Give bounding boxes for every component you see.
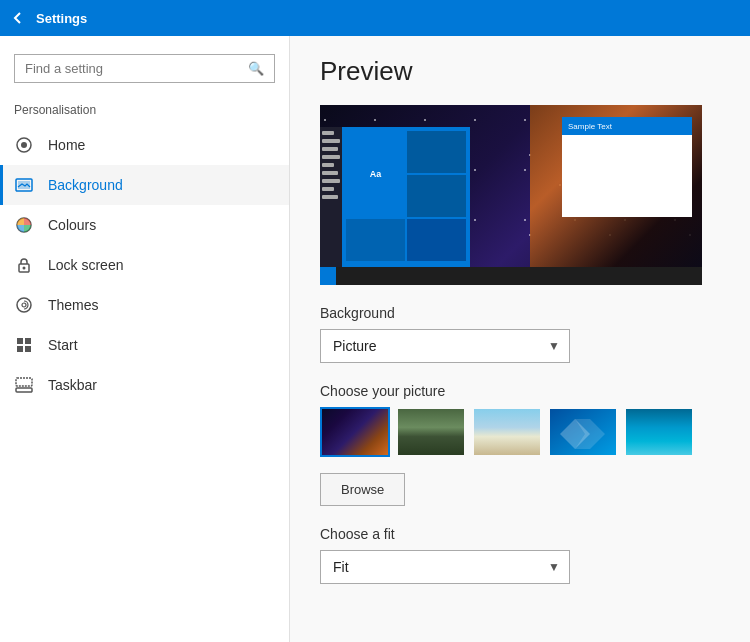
app-line	[322, 131, 334, 135]
search-icon: 🔍	[238, 55, 274, 82]
colours-icon	[14, 215, 34, 235]
preview-desktop: Aa Sample Text	[320, 105, 702, 285]
content-area: Preview	[290, 36, 750, 642]
preview-window: Sample Text	[562, 117, 692, 217]
taskbar-label: Taskbar	[48, 377, 97, 393]
thumb-image-1	[322, 409, 388, 455]
thumb-image-5	[626, 409, 692, 455]
preview-tile	[346, 219, 405, 261]
preview-taskbar-start	[320, 267, 336, 285]
preview-tile	[407, 131, 466, 173]
sidebar-item-themes[interactable]: Themes	[0, 285, 289, 325]
section-label: Personalisation	[0, 99, 289, 125]
choose-picture-label: Choose your picture	[320, 383, 720, 399]
home-icon	[14, 135, 34, 155]
svg-rect-12	[16, 388, 32, 392]
fit-field-label: Choose a fit	[320, 526, 720, 542]
sidebar: 🔍 Personalisation Home Backgrou	[0, 36, 290, 642]
back-button[interactable]	[10, 10, 26, 26]
preview-start-panel: Aa	[320, 127, 470, 267]
app-line	[322, 179, 340, 183]
picture-thumb-2[interactable]	[396, 407, 466, 457]
page-title: Preview	[320, 56, 720, 87]
preview-apps-list	[320, 127, 342, 267]
lock-icon	[14, 255, 34, 275]
app-line	[322, 195, 338, 199]
main-layout: 🔍 Personalisation Home Backgrou	[0, 36, 750, 642]
sidebar-item-lock-screen[interactable]: Lock screen	[0, 245, 289, 285]
picture-thumb-5[interactable]	[624, 407, 694, 457]
colours-label: Colours	[48, 217, 96, 233]
fit-dropdown-wrap: Fill Fit Stretch Tile Centre Span ▼	[320, 550, 570, 584]
start-label: Start	[48, 337, 78, 353]
background-field-label: Background	[320, 305, 720, 321]
browse-button[interactable]: Browse	[320, 473, 405, 506]
svg-point-6	[17, 298, 31, 312]
svg-rect-10	[17, 346, 23, 352]
start-icon	[14, 335, 34, 355]
preview-tile-aa: Aa	[346, 131, 405, 217]
preview-window-title: Sample Text	[568, 122, 612, 131]
pictures-grid	[320, 407, 720, 457]
background-dropdown-wrap: Picture Solid colour Slideshow ▼	[320, 329, 570, 363]
svg-rect-8	[17, 338, 23, 344]
preview-taskbar	[320, 267, 702, 285]
svg-rect-13	[16, 378, 32, 386]
preview-window-titlebar: Sample Text	[562, 117, 692, 135]
sidebar-item-start[interactable]: Start	[0, 325, 289, 365]
background-label: Background	[48, 177, 123, 193]
app-line	[322, 155, 340, 159]
picture-thumb-1[interactable]	[320, 407, 390, 457]
app-line	[322, 163, 334, 167]
sidebar-item-colours[interactable]: Colours	[0, 205, 289, 245]
search-input[interactable]	[15, 55, 238, 82]
svg-rect-11	[25, 346, 31, 352]
fit-dropdown[interactable]: Fill Fit Stretch Tile Centre Span	[320, 550, 570, 584]
sidebar-item-home[interactable]: Home	[0, 125, 289, 165]
svg-rect-9	[25, 338, 31, 344]
home-label: Home	[48, 137, 85, 153]
picture-thumb-4[interactable]	[548, 407, 618, 457]
app-line	[322, 187, 334, 191]
sidebar-item-background[interactable]: Background	[0, 165, 289, 205]
app-line	[322, 171, 338, 175]
preview-box: Aa Sample Text	[320, 105, 702, 285]
svg-point-7	[22, 303, 26, 307]
svg-point-5	[23, 267, 26, 270]
preview-window-body	[562, 135, 692, 151]
thumb-image-3	[474, 409, 540, 455]
search-box[interactable]: 🔍	[14, 54, 275, 83]
title-bar: Settings	[0, 0, 750, 36]
sidebar-item-taskbar[interactable]: Taskbar	[0, 365, 289, 405]
themes-icon	[14, 295, 34, 315]
app-line	[322, 147, 338, 151]
app-title: Settings	[36, 11, 87, 26]
lock-screen-label: Lock screen	[48, 257, 123, 273]
background-icon	[14, 175, 34, 195]
thumb-image-4	[550, 409, 616, 455]
background-dropdown[interactable]: Picture Solid colour Slideshow	[320, 329, 570, 363]
taskbar-icon	[14, 375, 34, 395]
preview-tile	[407, 219, 466, 261]
app-line	[322, 139, 340, 143]
themes-label: Themes	[48, 297, 99, 313]
preview-tiles: Aa	[342, 127, 470, 267]
picture-thumb-3[interactable]	[472, 407, 542, 457]
preview-tile	[407, 175, 466, 217]
thumb-image-2	[398, 409, 464, 455]
